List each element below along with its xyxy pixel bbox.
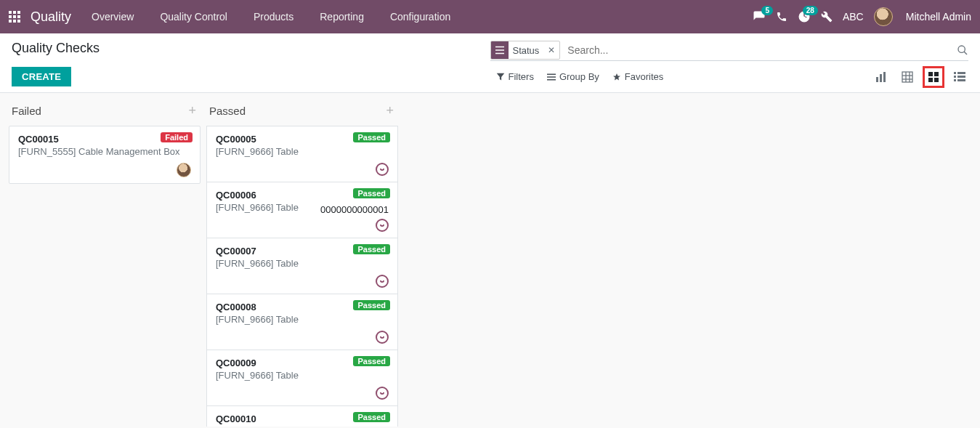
card-product: [FURN_9666] Table: [216, 314, 389, 325]
svg-rect-18: [880, 74, 882, 82]
groupby-button[interactable]: Group By: [547, 71, 599, 82]
user-name[interactable]: Mitchell Admin: [906, 11, 971, 23]
kanban-card[interactable]: Passed QC00005 [FURN_9666] Table: [206, 126, 398, 182]
messages-icon[interactable]: 5: [753, 10, 766, 23]
activities-icon[interactable]: 28: [798, 10, 811, 23]
create-button[interactable]: CREATE: [12, 67, 71, 86]
kanban-card[interactable]: Failed QC00015 [FURN_5555] Cable Managem…: [9, 126, 201, 184]
filters-button[interactable]: Filters: [496, 71, 534, 82]
svg-rect-19: [883, 72, 886, 82]
svg-rect-26: [934, 72, 939, 76]
priority-icon[interactable]: [376, 387, 389, 400]
navbar: Quality Overview Quality Control Product…: [0, 0, 980, 33]
svg-rect-27: [928, 78, 933, 82]
nav-configuration[interactable]: Configuration: [380, 0, 461, 33]
svg-rect-1: [13, 11, 16, 14]
svg-rect-28: [934, 78, 939, 82]
search-icon[interactable]: [957, 44, 968, 56]
kanban-board: Failed + Failed QC00015 [FURN_5555] Cabl…: [0, 93, 980, 427]
status-badge: Passed: [353, 132, 390, 142]
card-product: [FURN_5555] Cable Management Box: [18, 146, 191, 157]
navbar-right: 5 28 ABC Mitchell Admin: [753, 7, 971, 26]
groupby-icon: [547, 73, 556, 81]
svg-rect-6: [9, 20, 12, 23]
nav-quality-control[interactable]: Quality Control: [150, 0, 238, 33]
column-title: Failed: [12, 105, 41, 117]
svg-rect-25: [928, 72, 933, 76]
assignee-avatar[interactable]: [177, 163, 191, 177]
nav-products[interactable]: Products: [243, 0, 304, 33]
card-product: [FURN_9666] Table: [216, 370, 389, 381]
search-facet-status[interactable]: Status ✕: [490, 41, 561, 60]
page-title: Quality Checks: [12, 41, 490, 56]
search-and-views: Filters Group By Favorites: [490, 67, 969, 86]
favorites-button[interactable]: Favorites: [612, 71, 663, 82]
card-extra: 0000000000001: [320, 204, 389, 215]
nav-overview[interactable]: Overview: [81, 0, 144, 33]
view-kanban-icon[interactable]: [925, 68, 942, 86]
user-avatar[interactable]: [874, 7, 893, 26]
filters-label: Filters: [509, 71, 534, 82]
priority-icon[interactable]: [376, 275, 389, 288]
svg-rect-34: [957, 79, 965, 81]
view-switcher: [872, 68, 968, 86]
kanban-card[interactable]: Passed QC00008 [FURN_9666] Table: [206, 294, 398, 350]
status-badge: Passed: [353, 188, 390, 198]
svg-rect-0: [9, 11, 12, 14]
svg-rect-14: [547, 73, 556, 75]
svg-point-12: [958, 46, 965, 52]
svg-rect-15: [547, 76, 556, 78]
status-badge: Passed: [353, 412, 390, 422]
view-list-icon[interactable]: [951, 68, 968, 86]
svg-rect-2: [17, 11, 20, 14]
tenant-label[interactable]: ABC: [843, 11, 864, 23]
view-pivot-icon[interactable]: [899, 68, 916, 86]
kanban-column-passed: Passed + Passed QC00005 [FURN_9666] Tabl…: [203, 99, 401, 427]
svg-line-13: [964, 52, 967, 54]
apps-icon[interactable]: [9, 11, 20, 23]
svg-rect-30: [957, 72, 965, 74]
svg-rect-4: [13, 15, 16, 18]
breadcrumb: Quality Checks: [12, 41, 490, 60]
activities-badge: 28: [803, 6, 818, 15]
nav-reporting[interactable]: Reporting: [309, 0, 374, 33]
svg-rect-32: [957, 76, 965, 78]
kanban-card[interactable]: Passed QC00006 [FURN_9666] Table 0000000…: [206, 182, 398, 238]
svg-rect-16: [547, 79, 556, 81]
facet-remove-icon[interactable]: ✕: [543, 45, 559, 55]
app-brand[interactable]: Quality: [31, 9, 71, 25]
search-input[interactable]: [564, 41, 952, 60]
debug-icon[interactable]: [821, 11, 833, 23]
column-header[interactable]: Failed +: [9, 99, 201, 126]
priority-icon[interactable]: [376, 163, 389, 176]
kanban-column-failed: Failed + Failed QC00015 [FURN_5555] Cabl…: [6, 99, 203, 190]
star-icon: [612, 73, 621, 81]
kanban-card[interactable]: Passed QC00009 [FURN_9666] Table: [206, 350, 398, 406]
favorites-label: Favorites: [625, 71, 663, 82]
svg-rect-5: [17, 15, 20, 18]
svg-rect-3: [9, 15, 12, 18]
kanban-card[interactable]: Passed QC00010: [206, 406, 398, 427]
priority-icon[interactable]: [376, 219, 389, 232]
column-title: Passed: [209, 105, 246, 117]
svg-rect-33: [954, 79, 956, 81]
svg-rect-11: [495, 53, 504, 54]
messages-badge: 5: [761, 6, 773, 15]
svg-rect-31: [954, 76, 956, 78]
funnel-icon: [496, 73, 505, 81]
search-options: Filters Group By Favorites: [496, 71, 664, 82]
svg-rect-8: [17, 20, 20, 23]
column-header[interactable]: Passed +: [206, 99, 398, 126]
phone-icon[interactable]: [776, 11, 787, 23]
svg-rect-17: [876, 77, 878, 82]
view-graph-icon[interactable]: [872, 68, 890, 86]
status-badge: Passed: [353, 300, 390, 310]
column-add-icon[interactable]: +: [188, 103, 196, 118]
column-add-icon[interactable]: +: [386, 103, 394, 118]
kanban-card[interactable]: Passed QC00007 [FURN_9666] Table: [206, 238, 398, 294]
status-badge: Passed: [353, 244, 390, 254]
card-product: [FURN_9666] Table: [216, 258, 389, 269]
control-panel: Quality Checks Status ✕ CREATE Filters: [0, 33, 980, 93]
card-product: [FURN_9666] Table: [216, 146, 389, 157]
priority-icon[interactable]: [376, 331, 389, 344]
